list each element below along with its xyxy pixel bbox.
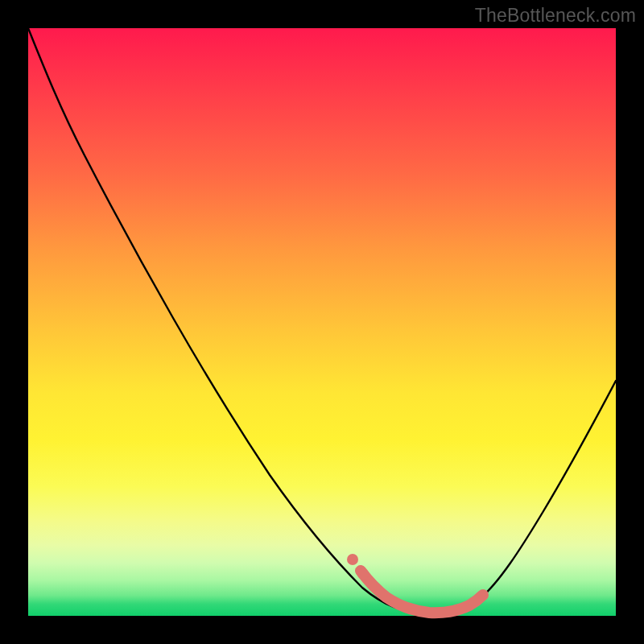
highlight-dot-2 [357,568,369,580]
chart-overlay [28,28,616,616]
watermark-text: TheBottleneck.com [475,5,636,27]
highlight-dot-1 [347,554,358,565]
bottleneck-curve [28,28,616,614]
chart-frame: TheBottleneck.com [0,0,644,644]
highlight-segment [361,571,483,613]
